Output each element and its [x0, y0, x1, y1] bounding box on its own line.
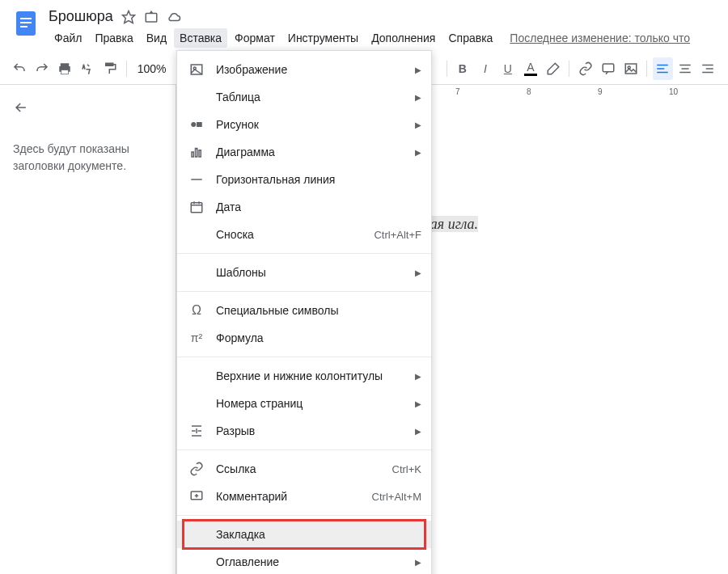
dropdown-item-0[interactable]: Изображение▶: [177, 56, 431, 83]
dropdown-item-20[interactable]: Закладка: [177, 521, 431, 548]
menu-tools[interactable]: Инструменты: [282, 28, 364, 48]
redo-icon[interactable]: [32, 57, 53, 80]
date-icon: [187, 199, 206, 215]
dropdown-item-14[interactable]: Номера страниц▶: [177, 390, 431, 417]
dropdown-item-4[interactable]: Горизонтальная линия: [177, 166, 431, 193]
dropdown-label: Разрыв: [216, 424, 408, 437]
dropdown-label: Специальные символы: [216, 304, 421, 317]
chart-icon: [187, 144, 206, 160]
svg-rect-10: [625, 64, 637, 74]
move-icon[interactable]: [144, 10, 159, 24]
outline-placeholder: Здесь будут показаны заголовки документе…: [13, 141, 163, 175]
dropdown-item-15[interactable]: Разрыв▶: [177, 417, 431, 445]
align-right-icon[interactable]: [698, 57, 718, 80]
submenu-arrow-icon: ▶: [415, 65, 421, 74]
blank-icon: [187, 395, 206, 412]
zoom-select[interactable]: 100%: [133, 62, 171, 75]
dropdown-item-8[interactable]: Шаблоны▶: [177, 259, 431, 286]
svg-point-14: [191, 122, 196, 127]
menu-view[interactable]: Вид: [141, 28, 172, 48]
dropdown-label: Изображение: [216, 63, 408, 76]
shortcut-text: Ctrl+Alt+M: [372, 491, 421, 503]
star-icon[interactable]: [121, 10, 136, 24]
dropdown-item-21[interactable]: Оглавление▶: [177, 548, 431, 574]
submenu-arrow-icon: ▶: [415, 93, 421, 102]
dropdown-item-5[interactable]: Дата: [177, 193, 431, 221]
dropdown-label: Таблица: [216, 91, 408, 103]
dropdown-label: Формула: [216, 331, 421, 344]
menu-file[interactable]: Файл: [49, 28, 87, 48]
docs-logo[interactable]: [10, 6, 42, 39]
align-left-icon[interactable]: [653, 57, 673, 80]
submenu-arrow-icon: ▶: [415, 148, 421, 157]
omega-icon: Ω: [187, 302, 206, 319]
svg-rect-16: [192, 152, 193, 157]
dropdown-item-17[interactable]: СсылкаCtrl+K: [177, 455, 431, 483]
spellcheck-icon[interactable]: [78, 57, 98, 80]
menu-addons[interactable]: Дополнения: [366, 28, 441, 48]
menu-insert[interactable]: Вставка: [174, 28, 227, 48]
dropdown-item-18[interactable]: КомментарийCtrl+Alt+M: [177, 483, 431, 510]
undo-icon[interactable]: [10, 57, 30, 80]
dropdown-item-6[interactable]: СноскаCtrl+Alt+F: [177, 221, 431, 248]
blank-icon: [187, 526, 206, 542]
blank-icon: [187, 554, 206, 570]
highlight-icon[interactable]: [543, 57, 563, 80]
dropdown-label: Рисунок: [216, 118, 408, 131]
paint-format-icon[interactable]: [100, 57, 121, 80]
align-center-icon[interactable]: [675, 57, 696, 80]
svg-rect-8: [61, 70, 69, 74]
svg-rect-6: [61, 63, 70, 66]
dropdown-item-3[interactable]: Диаграмма▶: [177, 138, 431, 166]
svg-marker-4: [122, 11, 134, 23]
svg-rect-5: [146, 13, 157, 22]
back-arrow-icon[interactable]: [13, 99, 163, 118]
blank-icon: [187, 264, 206, 281]
dropdown-label: Закладка: [216, 528, 421, 541]
italic-icon[interactable]: I: [475, 57, 495, 80]
menu-format[interactable]: Формат: [229, 28, 281, 48]
doc-title[interactable]: Брошюра: [49, 8, 113, 25]
drawing-icon: [187, 116, 206, 133]
last-edit-link[interactable]: Последнее изменение: только что: [510, 32, 690, 44]
hr-icon: [187, 171, 206, 188]
table-icon: [187, 89, 206, 105]
svg-rect-1: [20, 18, 32, 19]
shortcut-text: Ctrl+K: [392, 463, 421, 475]
print-icon[interactable]: [55, 57, 75, 80]
svg-rect-9: [603, 64, 614, 72]
dropdown-item-13[interactable]: Верхние и нижние колонтитулы▶: [177, 362, 431, 390]
comment-icon[interactable]: [598, 57, 618, 80]
dropdown-item-10[interactable]: ΩСпециальные символы: [177, 297, 431, 324]
submenu-arrow-icon: ▶: [415, 120, 421, 129]
menu-edit[interactable]: Правка: [89, 28, 138, 48]
dropdown-label: Оглавление: [216, 555, 408, 568]
pi-icon: π²: [187, 330, 206, 346]
dropdown-label: Комментарий: [216, 490, 372, 503]
submenu-arrow-icon: ▶: [415, 399, 421, 408]
image-icon: [187, 61, 206, 78]
dropdown-item-1[interactable]: Таблица▶: [177, 83, 431, 111]
break-icon: [187, 423, 206, 439]
svg-rect-19: [191, 203, 202, 213]
dropdown-label: Дата: [216, 200, 421, 213]
submenu-arrow-icon: ▶: [415, 372, 421, 381]
dropdown-label: Горизонтальная линия: [216, 173, 421, 186]
svg-rect-2: [20, 22, 32, 23]
shortcut-text: Ctrl+Alt+F: [374, 229, 421, 241]
blank-icon: [187, 368, 206, 384]
dropdown-item-11[interactable]: π²Формула: [177, 324, 431, 352]
dropdown-label: Ссылка: [216, 462, 392, 475]
dropdown-label: Верхние и нижние колонтитулы: [216, 369, 408, 382]
submenu-arrow-icon: ▶: [415, 268, 421, 277]
bold-icon[interactable]: B: [452, 57, 472, 80]
cloud-icon[interactable]: [167, 10, 181, 24]
dropdown-label: Диаграмма: [216, 146, 408, 158]
dropdown-item-2[interactable]: Рисунок▶: [177, 111, 431, 138]
menu-help[interactable]: Справка: [442, 28, 498, 48]
underline-icon[interactable]: U: [497, 57, 518, 80]
submenu-arrow-icon: ▶: [415, 427, 421, 436]
link-icon[interactable]: [575, 57, 595, 80]
image-insert-icon[interactable]: [620, 57, 641, 80]
text-color-icon[interactable]: A: [520, 57, 540, 80]
